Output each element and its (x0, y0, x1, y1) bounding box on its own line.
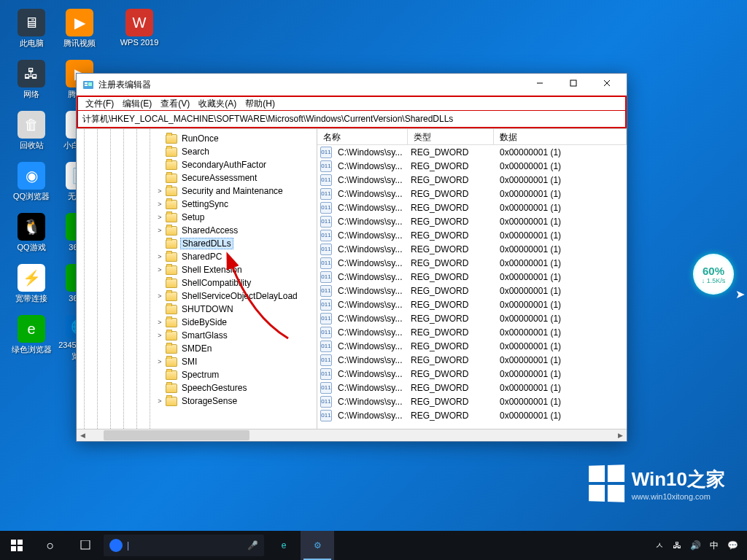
list-row[interactable]: 011C:\Windows\sy...REG_DWORD0x00000001 (… (317, 353, 627, 367)
tree-node[interactable]: SecureAssessment (77, 171, 317, 184)
list-row[interactable]: 011C:\Windows\sy...REG_DWORD0x00000001 (… (317, 187, 627, 201)
menu-item[interactable]: 文件(F) (81, 96, 118, 112)
expand-icon[interactable] (155, 160, 164, 169)
column-data[interactable]: 数据 (494, 129, 627, 144)
expand-icon[interactable] (155, 344, 164, 353)
expand-icon[interactable]: > (155, 397, 164, 405)
tree-node[interactable]: >SettingSync (77, 198, 317, 211)
list-row[interactable]: 011C:\Windows\sy...REG_DWORD0x00000001 (… (317, 381, 627, 394)
close-button[interactable] (590, 72, 624, 94)
desktop-icon[interactable]: ◉QQ浏览器 (9, 160, 54, 209)
tray-notifications-icon[interactable]: 💬 (723, 540, 743, 551)
expand-icon[interactable]: > (155, 331, 164, 340)
expand-icon[interactable] (155, 174, 164, 182)
tree-node[interactable]: >Shell Extension (77, 263, 317, 276)
tree-node[interactable]: Spectrum (77, 368, 317, 381)
tree-node[interactable]: >StorageSense (77, 394, 317, 408)
list-row[interactable]: 011C:\Windows\sy...REG_DWORD0x00000001 (… (317, 311, 627, 325)
start-button[interactable] (0, 531, 34, 560)
minimize-button[interactable] (523, 72, 557, 94)
list-row[interactable]: 011C:\Windows\sy...REG_DWORD0x00000001 (… (317, 242, 627, 256)
desktop-icon[interactable]: WWPS 2019 (117, 7, 162, 55)
list-row[interactable]: 011C:\Windows\sy...REG_DWORD0x00000001 (… (317, 408, 627, 422)
expand-icon[interactable] (155, 147, 164, 156)
titlebar[interactable]: 注册表编辑器 (77, 74, 627, 96)
tray-volume-icon[interactable]: 🔊 (686, 540, 705, 551)
tree-node[interactable]: SMDEn (77, 342, 317, 355)
list-row[interactable]: 011C:\Windows\sy...REG_DWORD0x00000001 (… (317, 256, 627, 270)
list-row[interactable]: 011C:\Windows\sy...REG_DWORD0x00000001 (… (317, 145, 627, 159)
tree-node[interactable]: SecondaryAuthFactor (77, 158, 317, 171)
tree-node[interactable]: >SharedPC (77, 250, 317, 263)
tray-ime-icon[interactable]: 中 (705, 540, 723, 552)
tree-node[interactable]: >SharedAccess (77, 224, 317, 237)
desktop-icon[interactable]: 🗑回收站 (9, 109, 54, 158)
menu-item[interactable]: 帮助(H) (241, 96, 279, 112)
tray-overflow-button[interactable]: ㅅ (651, 540, 668, 552)
expand-icon[interactable]: > (155, 213, 164, 222)
scroll-right-button[interactable]: ▶ (614, 429, 627, 441)
column-type[interactable]: 类型 (408, 129, 494, 144)
menu-item[interactable]: 编辑(E) (118, 96, 156, 112)
mic-icon[interactable]: 🎤 (247, 540, 258, 551)
list-row[interactable]: 011C:\Windows\sy...REG_DWORD0x00000001 (… (317, 298, 627, 311)
expand-icon[interactable] (155, 305, 164, 314)
list-row[interactable]: 011C:\Windows\sy...REG_DWORD0x00000001 (… (317, 173, 627, 187)
tree-node[interactable]: >Setup (77, 211, 317, 224)
list-row[interactable]: 011C:\Windows\sy...REG_DWORD0x00000001 (… (317, 325, 627, 339)
taskbar-search[interactable]: | 🎤 (104, 534, 264, 556)
list-row[interactable]: 011C:\Windows\sy...REG_DWORD0x00000001 (… (317, 270, 627, 284)
column-name[interactable]: 名称 (317, 129, 408, 144)
expand-icon[interactable]: > (155, 292, 164, 300)
tree-pane[interactable]: RunOnceSearchSecondaryAuthFactorSecureAs… (77, 129, 317, 429)
tree-node[interactable]: >SMI (77, 355, 317, 368)
scroll-left-button[interactable]: ◀ (77, 429, 89, 441)
expand-icon[interactable]: > (155, 318, 164, 327)
desktop-icon[interactable]: 🖧网络 (9, 58, 54, 106)
desktop-icon[interactable]: ▶腾讯视频 (57, 7, 102, 55)
taskbar-app-regedit[interactable]: ⚙ (301, 531, 334, 560)
cortana-button[interactable]: ○ (34, 531, 67, 560)
desktop-icon[interactable]: e绿色浏览器 (9, 314, 54, 362)
horizontal-scrollbar[interactable]: ◀ ▶ (77, 429, 627, 441)
tree-node[interactable]: >SmartGlass (77, 329, 317, 342)
list-row[interactable]: 011C:\Windows\sy...REG_DWORD0x00000001 (… (317, 339, 627, 353)
expand-icon[interactable] (155, 134, 164, 143)
tree-node[interactable]: >ShellServiceObjectDelayLoad (77, 289, 317, 303)
performance-widget[interactable]: 60% ↓ 1.5K/s (693, 254, 734, 295)
list-pane[interactable]: 名称 类型 数据 011C:\Windows\sy...REG_DWORD0x0… (317, 129, 627, 429)
tree-node[interactable]: >Security and Maintenance (77, 184, 317, 198)
expand-icon[interactable]: > (155, 265, 164, 274)
taskview-button[interactable] (67, 531, 101, 560)
expand-icon[interactable]: > (155, 187, 164, 195)
address-input[interactable] (78, 111, 625, 127)
list-row[interactable]: 011C:\Windows\sy...REG_DWORD0x00000001 (… (317, 201, 627, 214)
expand-icon[interactable]: > (155, 200, 164, 209)
list-row[interactable]: 011C:\Windows\sy...REG_DWORD0x00000001 (… (317, 284, 627, 298)
menu-item[interactable]: 查看(V) (156, 96, 194, 112)
expand-icon[interactable] (155, 370, 164, 379)
tree-node[interactable]: SHUTDOWN (77, 303, 317, 316)
tree-node[interactable]: RunOnce (77, 132, 317, 145)
scroll-thumb[interactable] (104, 430, 249, 440)
tree-node[interactable]: ShellCompatibility (77, 276, 317, 289)
list-row[interactable]: 011C:\Windows\sy...REG_DWORD0x00000001 (… (317, 159, 627, 173)
list-row[interactable]: 011C:\Windows\sy...REG_DWORD0x00000001 (… (317, 214, 627, 228)
expand-icon[interactable] (155, 239, 164, 248)
desktop-icon[interactable]: ⚡宽带连接 (9, 262, 54, 311)
list-row[interactable]: 011C:\Windows\sy...REG_DWORD0x00000001 (… (317, 367, 627, 381)
list-row[interactable]: 011C:\Windows\sy...REG_DWORD0x00000001 (… (317, 228, 627, 242)
tray-network-icon[interactable]: 🖧 (668, 540, 686, 551)
tree-node[interactable]: SharedDLLs (77, 237, 317, 250)
taskbar-app-edge[interactable]: e (267, 531, 301, 560)
tree-node[interactable]: SpeechGestures (77, 381, 317, 394)
desktop-icon[interactable]: 🖥此电脑 (9, 7, 54, 55)
expand-icon[interactable] (155, 279, 164, 287)
list-row[interactable]: 011C:\Windows\sy...REG_DWORD0x00000001 (… (317, 394, 627, 408)
desktop-icon[interactable]: 🐧QQ游戏 (9, 211, 54, 260)
tree-node[interactable]: Search (77, 145, 317, 158)
expand-icon[interactable]: > (155, 226, 164, 235)
expand-icon[interactable]: > (155, 252, 164, 261)
menu-item[interactable]: 收藏夹(A) (194, 96, 241, 112)
expand-icon[interactable]: > (155, 357, 164, 366)
